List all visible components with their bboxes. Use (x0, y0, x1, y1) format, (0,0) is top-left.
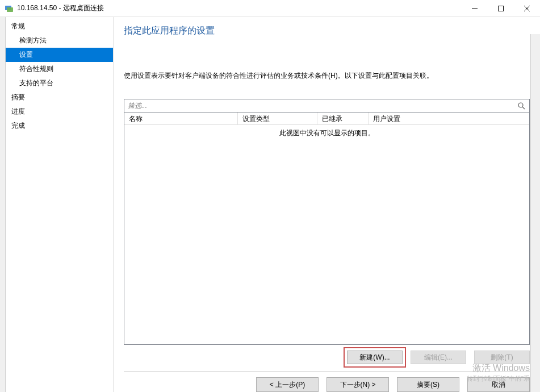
sidebar-item-settings[interactable]: 设置 (6, 48, 113, 62)
column-type[interactable]: 设置类型 (238, 112, 317, 125)
sidebar-group-complete[interactable]: 完成 (6, 119, 113, 133)
page-description: 使用设置表示要针对客户端设备的符合性进行评估的业务或技术条件(H)。以下设置与此… (124, 71, 530, 81)
edit-button: 编辑(E)... (411, 351, 466, 364)
sidebar-group-general[interactable]: 常规 (6, 19, 113, 34)
sidebar-item-platforms[interactable]: 支持的平台 (6, 76, 113, 90)
prev-button[interactable]: < 上一步(P) (256, 377, 319, 392)
svg-rect-3 (499, 6, 504, 11)
window-controls (462, 0, 540, 17)
maximize-button[interactable] (488, 0, 514, 17)
svg-rect-1 (7, 7, 13, 12)
rdp-icon (5, 4, 14, 13)
new-button[interactable]: 新建(W)... (347, 351, 403, 364)
content-pane: 指定此应用程序的设置 使用设置表示要针对客户端设备的符合性进行评估的业务或技术条… (114, 17, 540, 392)
filter-box (124, 99, 530, 112)
next-button[interactable]: 下一步(N) > (326, 377, 389, 392)
page-title: 指定此应用程序的设置 (124, 25, 530, 37)
settings-table: 名称 设置类型 已继承 用户设置 此视图中没有可以显示的项目。 (124, 112, 530, 345)
summary-button[interactable]: 摘要(S) (397, 377, 459, 392)
action-buttons: 新建(W)... 编辑(E)... 删除(T) (124, 345, 530, 371)
sidebar-item-detection[interactable]: 检测方法 (6, 34, 113, 48)
delete-button: 删除(T) (474, 351, 530, 364)
sidebar-item-compliance[interactable]: 符合性规则 (6, 62, 113, 76)
titlebar: 10.168.14.50 - 远程桌面连接 (0, 0, 540, 17)
table-empty-message: 此视图中没有可以显示的项目。 (124, 125, 529, 141)
new-button-highlight: 新建(W)... (344, 347, 406, 368)
table-header: 名称 设置类型 已继承 用户设置 (124, 112, 529, 125)
svg-line-7 (522, 107, 525, 109)
svg-point-6 (518, 103, 523, 107)
column-name[interactable]: 名称 (124, 112, 238, 125)
column-inherited[interactable]: 已继承 (317, 112, 369, 125)
cancel-button[interactable]: 取消 (467, 377, 530, 392)
wizard-sidebar: 常规 检测方法 设置 符合性规则 支持的平台 摘要 进度 完成 (6, 17, 114, 392)
filter-input[interactable] (128, 102, 517, 110)
sidebar-group-progress[interactable]: 进度 (6, 105, 113, 119)
wizard-buttons: < 上一步(P) 下一步(N) > 摘要(S) 取消 (124, 372, 530, 392)
column-user[interactable]: 用户设置 (369, 112, 529, 125)
right-scrollbar-area[interactable] (530, 34, 540, 392)
close-button[interactable] (514, 0, 540, 17)
minimize-button[interactable] (462, 0, 488, 17)
search-icon[interactable] (517, 101, 526, 110)
window-title: 10.168.14.50 - 远程桌面连接 (17, 3, 462, 13)
sidebar-group-summary[interactable]: 摘要 (6, 90, 113, 105)
left-edge-fragment (0, 17, 6, 392)
